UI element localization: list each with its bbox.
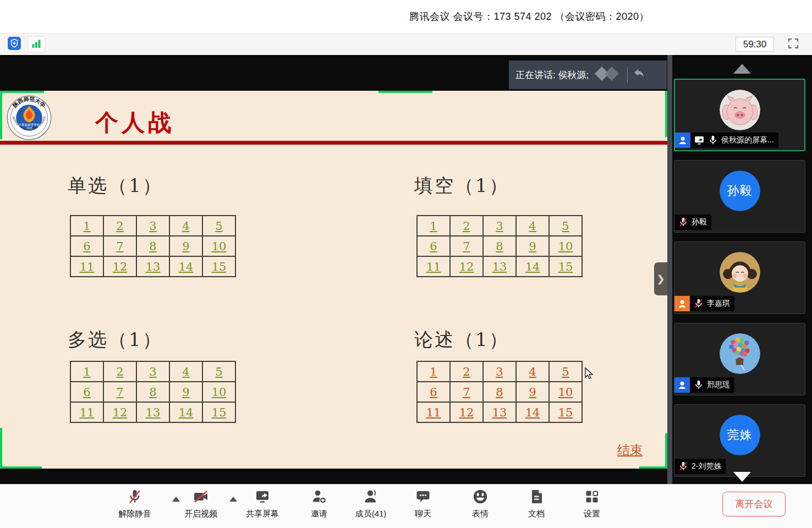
question-link[interactable]: 15: [212, 260, 227, 273]
question-link[interactable]: 5: [215, 365, 222, 378]
question-link[interactable]: 9: [529, 386, 536, 399]
question-link[interactable]: 8: [149, 386, 156, 399]
question-link[interactable]: 13: [146, 260, 161, 273]
question-link[interactable]: 4: [529, 365, 536, 378]
invite-button[interactable]: 邀请: [293, 488, 345, 519]
question-link[interactable]: 1: [430, 219, 437, 233]
mic-muted-dark-icon: [127, 488, 143, 507]
question-link[interactable]: 11: [426, 260, 441, 273]
stage-scrollbar[interactable]: [667, 55, 672, 484]
question-link[interactable]: 6: [430, 240, 437, 253]
members-icon: [363, 488, 379, 507]
question-link[interactable]: 13: [492, 260, 507, 273]
unmute-button[interactable]: 解除静音: [108, 488, 161, 519]
question-link[interactable]: 2: [116, 365, 123, 378]
question-link[interactable]: 15: [558, 260, 573, 273]
question-link[interactable]: 7: [116, 240, 123, 253]
question-link[interactable]: 11: [426, 406, 441, 419]
question-link[interactable]: 1: [430, 365, 437, 378]
question-cell: 6: [417, 382, 450, 402]
settings-button[interactable]: 设置: [566, 488, 618, 519]
question-link[interactable]: 8: [149, 240, 156, 253]
question-link[interactable]: 7: [463, 240, 470, 253]
question-link[interactable]: 6: [83, 240, 90, 253]
participant-tile[interactable]: 孙毅孙毅: [674, 160, 805, 233]
question-link[interactable]: 9: [182, 240, 189, 253]
question-link[interactable]: 10: [558, 386, 573, 399]
question-link[interactable]: 6: [430, 386, 437, 399]
question-link[interactable]: 3: [149, 219, 156, 233]
question-link[interactable]: 5: [215, 219, 222, 233]
members-button[interactable]: 成员(41): [344, 488, 397, 519]
question-link[interactable]: 12: [459, 406, 474, 419]
question-link[interactable]: 9: [529, 240, 536, 253]
panel-toggle-tab[interactable]: ❯: [654, 262, 667, 295]
question-cell: 1: [70, 216, 103, 236]
question-link[interactable]: 4: [529, 219, 536, 233]
question-link[interactable]: 9: [182, 386, 189, 399]
end-link[interactable]: 结束: [617, 442, 643, 459]
question-link[interactable]: 4: [182, 219, 189, 233]
question-link[interactable]: 14: [525, 406, 540, 419]
question-link[interactable]: 5: [562, 365, 569, 378]
question-link[interactable]: 6: [83, 386, 90, 399]
question-link[interactable]: 15: [558, 406, 573, 419]
question-link[interactable]: 3: [496, 365, 503, 378]
question-link[interactable]: 12: [459, 260, 474, 273]
question-link[interactable]: 14: [179, 406, 194, 419]
question-link[interactable]: 13: [146, 406, 161, 419]
question-link[interactable]: 4: [182, 365, 189, 378]
question-link[interactable]: 3: [149, 365, 156, 378]
question-link[interactable]: 14: [179, 260, 194, 273]
question-link[interactable]: 8: [496, 240, 503, 253]
participants-panel: 侯秋源的屏幕...孙毅孙毅李嘉琪邢思瑶莞姝2-刘莞姝: [672, 55, 812, 484]
question-link[interactable]: 10: [558, 240, 573, 253]
member-role-badge: [675, 133, 690, 148]
meeting-health-button[interactable]: [4, 36, 24, 53]
question-link[interactable]: 10: [212, 240, 227, 253]
participant-namebar: 孙毅: [674, 215, 711, 230]
emoji-button[interactable]: 表情: [454, 488, 507, 519]
question-cell: 10: [549, 236, 582, 256]
question-link[interactable]: 3: [496, 219, 503, 233]
participant-tile[interactable]: 侯秋源的屏幕...: [674, 79, 805, 151]
mic-muted-icon: [678, 217, 689, 228]
question-link[interactable]: 5: [562, 219, 569, 233]
question-link[interactable]: 11: [80, 260, 95, 273]
question-link[interactable]: 8: [496, 386, 503, 399]
share-screen-button[interactable]: 共享屏幕: [236, 488, 289, 519]
question-link[interactable]: 1: [83, 365, 90, 378]
participant-tile[interactable]: 莞姝2-刘莞姝: [674, 404, 805, 477]
docs-button[interactable]: 文档: [510, 488, 563, 519]
leave-meeting-button[interactable]: 离开会议: [722, 492, 786, 516]
question-link[interactable]: 2: [116, 219, 123, 233]
fullscreen-button[interactable]: [786, 37, 800, 52]
section-heading: 论述（1）: [414, 327, 509, 353]
question-cell: 9: [169, 236, 202, 256]
avatar: [720, 90, 760, 130]
mic-muted-icon: [693, 298, 704, 309]
scroll-up-arrow[interactable]: [733, 64, 751, 74]
question-link[interactable]: 13: [492, 406, 507, 419]
chat-button[interactable]: 聊天: [397, 488, 449, 519]
question-link[interactable]: 14: [525, 260, 540, 273]
question-link[interactable]: 7: [463, 386, 470, 399]
question-link[interactable]: 2: [463, 365, 470, 378]
network-status-button[interactable]: [28, 36, 45, 53]
question-link[interactable]: 10: [212, 386, 227, 399]
question-link[interactable]: 7: [116, 386, 123, 399]
question-link[interactable]: 11: [80, 406, 95, 419]
question-link[interactable]: 2: [463, 219, 470, 233]
start-video-button[interactable]: 开启视频: [174, 488, 227, 519]
question-cell: 10: [202, 236, 235, 256]
question-link[interactable]: 12: [113, 260, 128, 273]
restore-arrow-icon[interactable]: [633, 67, 646, 82]
question-link[interactable]: 15: [212, 406, 227, 419]
participant-tile[interactable]: 李嘉琪: [674, 241, 805, 314]
question-link[interactable]: 12: [113, 406, 128, 419]
participant-tile[interactable]: 邢思瑶: [674, 323, 805, 395]
toolbar-item-label: 开启视频: [184, 509, 217, 519]
scroll-down-arrow[interactable]: [733, 472, 751, 482]
question-cell: 2: [450, 361, 483, 382]
question-link[interactable]: 1: [83, 219, 90, 233]
